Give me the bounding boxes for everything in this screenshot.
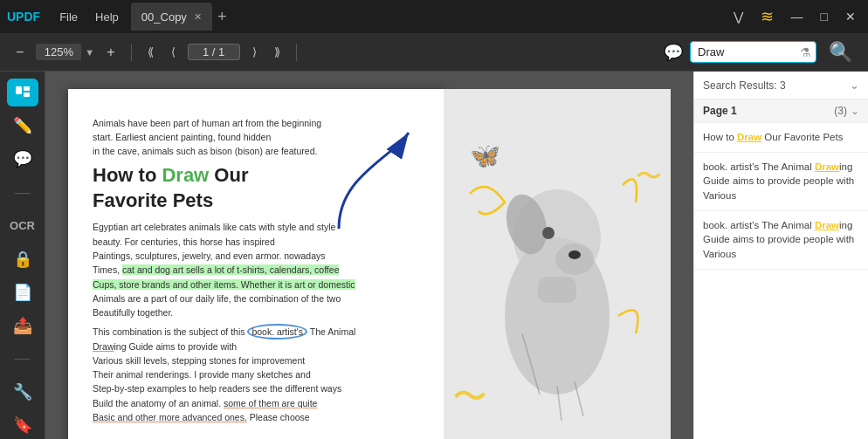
zoom-out-button[interactable]: −: [10, 41, 29, 64]
svg-point-9: [568, 250, 581, 259]
result-2-text1: book. artist's The Animal: [703, 161, 815, 172]
search-results-header: Search Results: 3 ⌄: [694, 72, 868, 99]
separator-1: [131, 44, 132, 61]
underline-some: some of them are quite Basic and other m…: [93, 398, 317, 422]
page-section-header: Page 1 (3) ⌄: [694, 99, 868, 123]
sidebar-icon-bookmark[interactable]: 🔖: [7, 411, 38, 439]
panel-collapse-icon[interactable]: ⌄: [850, 79, 859, 92]
menu-file[interactable]: File: [51, 7, 86, 27]
page-label: Page 1: [703, 105, 737, 117]
svg-rect-1: [24, 86, 30, 91]
heading-draw: Draw: [162, 164, 209, 186]
svg-rect-10: [538, 277, 576, 303]
intro-text: Animals have been part of human art from…: [93, 117, 419, 158]
right-search-panel: Search Results: 3 ⌄ Page 1 (3) ⌄ How to …: [693, 72, 868, 439]
result-3-text1: book. artist's The Animal: [703, 220, 815, 230]
sidebar-icon-convert[interactable]: 📄: [7, 278, 38, 306]
updf-logo: UPDF: [7, 10, 40, 24]
highlight-green-1: cat and dog art sells a lot of t-shirts,…: [93, 264, 355, 289]
zoom-level[interactable]: 125%: [36, 44, 81, 60]
page-input[interactable]: [188, 44, 240, 60]
zoom-in-button[interactable]: +: [101, 41, 120, 64]
sidebar-separator-1: —: [7, 178, 38, 206]
zoom-dropdown-icon[interactable]: ▼: [85, 47, 94, 58]
title-bar: UPDF File Help 00_Copy ✕ + ⋁ ≋ — □ ✕: [0, 0, 868, 33]
pdf-heading: How to Draw OurFavorite Pets: [93, 163, 419, 213]
toolbar: − 125% ▼ + ⟪ ⟨ ⟩ ⟫ 💬 ⚗ 🔍: [0, 33, 868, 72]
heading-how-to: How to: [93, 164, 162, 186]
tab-area: 00_Copy ✕ +: [131, 3, 728, 31]
result-2-highlight: Draw: [815, 161, 839, 172]
search-results-label: Search Results: 3: [703, 79, 786, 92]
filter-icon[interactable]: ⚗: [800, 45, 811, 59]
tab-close[interactable]: ✕: [194, 11, 202, 23]
search-result-1[interactable]: How to Draw Our Favorite Pets: [694, 123, 868, 153]
nav-last-button[interactable]: ⟫: [269, 42, 286, 62]
pdf-page: Animals have been part of human art from…: [68, 89, 444, 439]
dog-sketch: [461, 141, 653, 438]
result-1-text1: How to: [703, 132, 737, 142]
minimize-button[interactable]: —: [786, 8, 809, 25]
result-1-text2: Our Favorite Pets: [761, 132, 843, 142]
para-2: This combination is the subject of this …: [93, 325, 419, 424]
nav-first-button[interactable]: ⟪: [142, 42, 159, 62]
search-result-2[interactable]: book. artist's The Animal Drawing Guide …: [694, 153, 868, 211]
heading-favorite-pets: Favorite Pets: [93, 189, 213, 211]
left-sidebar: ✏️ 💬 — OCR 🔒 📄 📤 — 🔧 🔖: [0, 72, 45, 439]
active-tab[interactable]: 00_Copy ✕: [131, 3, 212, 31]
search-active-icon[interactable]: 🔍: [823, 39, 858, 65]
close-button[interactable]: ✕: [840, 8, 861, 25]
comment-button[interactable]: 💬: [664, 43, 683, 62]
window-controls: ⋁ ≋ — □ ✕: [728, 5, 861, 28]
artist-circle: book. artist's: [247, 324, 307, 340]
page-nav: [188, 44, 240, 60]
sidebar-icon-edit[interactable]: ✏️: [7, 112, 38, 140]
updf-account-icon[interactable]: ≋: [755, 5, 779, 28]
dog-image-area: 🦋 〜 〜: [444, 89, 671, 439]
nav-prev-button[interactable]: ⟨: [166, 42, 181, 62]
para-1: Egyptian art celebrates animals like cat…: [93, 220, 419, 319]
heading-our: Our: [209, 164, 248, 186]
search-result-3[interactable]: book. artist's The Animal Drawing Guide …: [694, 211, 868, 270]
sidebar-icon-comment[interactable]: 💬: [7, 145, 38, 173]
menu-expand-icon[interactable]: ⋁: [728, 8, 748, 25]
separator-2: [296, 44, 297, 61]
main-area: ✏️ 💬 — OCR 🔒 📄 📤 — 🔧 🔖 Animals have been…: [0, 72, 868, 439]
search-input[interactable]: [690, 41, 816, 63]
maximize-button[interactable]: □: [816, 8, 833, 25]
pdf-content-area: Animals have been part of human art from…: [45, 72, 693, 439]
sidebar-icon-tools[interactable]: 🔧: [7, 378, 38, 406]
page-count: (3): [834, 105, 847, 117]
zoom-area: 125% ▼: [36, 44, 94, 60]
underline-drawing: Draw: [93, 341, 114, 352]
nav-next-button[interactable]: ⟩: [247, 42, 262, 62]
sidebar-icon-ocr[interactable]: OCR: [7, 211, 38, 239]
menu-help[interactable]: Help: [86, 7, 127, 27]
svg-point-8: [542, 227, 555, 239]
sidebar-icon-protect[interactable]: 🔒: [7, 244, 38, 272]
result-3-highlight: Draw: [815, 220, 839, 230]
toolbar-right: 💬 ⚗ 🔍: [664, 39, 858, 65]
sidebar-icon-view[interactable]: [7, 79, 38, 106]
new-tab-button[interactable]: +: [217, 8, 227, 26]
svg-rect-0: [16, 86, 22, 94]
sidebar-separator-2: —: [7, 345, 38, 373]
tab-label: 00_Copy: [141, 10, 187, 24]
svg-rect-2: [24, 93, 30, 97]
search-container: ⚗: [690, 41, 816, 63]
result-1-highlight: Draw: [737, 132, 761, 142]
page-section-expand-icon[interactable]: ⌄: [851, 105, 859, 117]
sidebar-icon-share[interactable]: 📤: [7, 312, 38, 340]
